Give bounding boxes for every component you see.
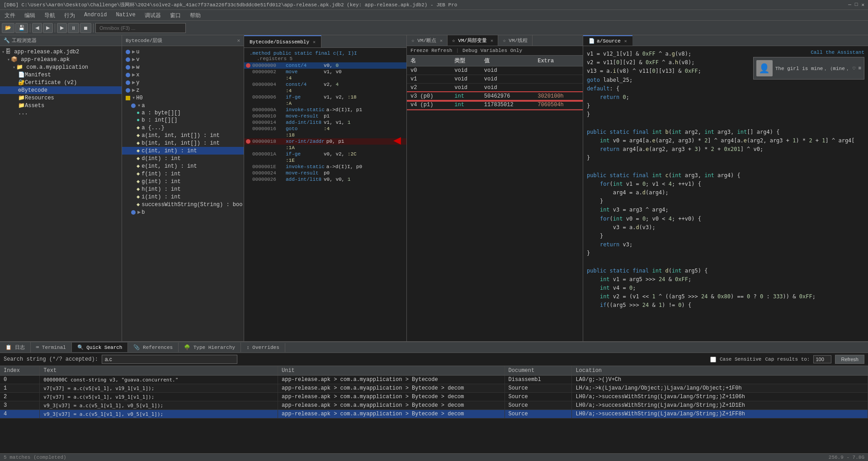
case-sensitive-checkbox[interactable] (710, 357, 716, 362)
method-g-int[interactable]: ◆ g(int) : int (122, 178, 244, 185)
toolbar-pause[interactable]: ⏸ (68, 23, 79, 33)
class-h0[interactable]: ▾ H0 (122, 94, 244, 102)
omnibox-input[interactable] (95, 23, 186, 33)
toolbar-stop[interactable]: ⏹ (80, 23, 91, 33)
var-v1[interactable]: v1 void void (407, 75, 583, 84)
tree-item-cert[interactable]: 🔐 Certificate (v2) (0, 79, 122, 86)
method-e-int[interactable]: ◆ e(int, int) : int (122, 162, 244, 170)
code-line-16[interactable]: 00000016 goto :4 (244, 126, 406, 132)
toolbar-run[interactable]: ▶ (57, 23, 67, 33)
method-success[interactable]: ◆ successWithString(String) : boo (122, 201, 244, 208)
class-w[interactable]: ▶ w (122, 63, 244, 71)
class-b[interactable]: ▶ b (122, 208, 244, 216)
var-v0[interactable]: v0 void void (407, 66, 583, 75)
field-a-bytes[interactable]: ● a : byte[][] (122, 109, 244, 117)
var-v2[interactable]: v2 void void (407, 84, 583, 92)
method-a[interactable]: ◆ a {...} (122, 124, 244, 132)
minimize-btn[interactable]: — (848, 2, 851, 8)
vm-locals-close[interactable]: ✕ (491, 38, 493, 43)
class-u[interactable]: ▶ u (122, 48, 244, 56)
table-row[interactable]: 3 v9_3[v37] = a.c(v5_1[v1_1], v0_5[v1_1]… (0, 401, 868, 410)
tree-item-more[interactable]: ... (0, 109, 122, 117)
menu-action[interactable]: 行为 (60, 11, 80, 19)
class-v[interactable]: ▶ v (122, 56, 244, 63)
tree-item-manifest[interactable]: 📄 Manifest (0, 71, 122, 79)
tab-overrides[interactable]: ↕ Overrides (241, 343, 285, 352)
tree-item-resources[interactable]: 📁 Resources (0, 94, 122, 102)
tab-references[interactable]: 📎 References (128, 343, 179, 352)
class-y[interactable]: ▶ y (122, 79, 244, 86)
tree-item-apk[interactable]: ▾ 📦 app-release.apk (0, 56, 122, 63)
ai-more[interactable]: ≡ (858, 66, 861, 71)
source-tab-close[interactable]: ✕ (624, 38, 627, 44)
freeze-refresh-btn[interactable]: Freeze Refresh (410, 48, 452, 53)
tree-item-pkg[interactable]: ▾ 📁 com.a.myapplication (0, 63, 122, 71)
tree-item-assets[interactable]: 📁 Assets (0, 102, 122, 109)
tree-item-jdb2[interactable]: ▾ 🗄 app-release.apk.jdb2 (0, 48, 122, 56)
table-row[interactable]: 2 v7[v37] = a.c(v5[v1_1], v19_1[v1_1]); … (0, 393, 868, 401)
menu-native[interactable]: Native (111, 11, 140, 19)
code-line-1a[interactable]: 0000001A if-ge v0, v2, :2C (244, 151, 406, 157)
ai-heart[interactable]: ♡ (853, 66, 856, 71)
code-line-24[interactable]: 00000024 move-result p0 (244, 170, 406, 176)
maximize-btn[interactable]: □ (855, 2, 858, 8)
class-x[interactable]: ▶ x (122, 71, 244, 79)
method-c-int[interactable]: ◆ c(int, int) : int (122, 147, 244, 155)
toolbar-back[interactable]: ◀ (32, 23, 42, 33)
cap-input[interactable] (813, 355, 831, 363)
code-line-1e[interactable]: 0000001E invoke-static a->d(I)I, p0 (244, 164, 406, 170)
class-a[interactable]: ▾ a (122, 102, 244, 109)
field-b-int[interactable]: ● b : int[][] (122, 117, 244, 124)
menu-edit[interactable]: 编辑 (20, 11, 40, 19)
var-v4-p1[interactable]: v4 (p1) int 117835012 7060504h (407, 101, 583, 109)
table-row[interactable]: 1 v7[v37] = a.c(v5[v1_1], v19_1[v1_1]); … (0, 384, 868, 393)
code-line-6[interactable]: 00000006 if-ge v1, v2, :18 (244, 94, 406, 100)
menu-debugger[interactable]: 调试器 (140, 11, 165, 19)
code-line-0[interactable]: 00000000 const/4 v0, 0 (244, 62, 406, 69)
toolbar-open[interactable]: 📂 (2, 23, 14, 33)
class-tree-close[interactable]: ✕ (237, 38, 240, 43)
tab-terminal[interactable]: ⌨ Terminal (31, 343, 72, 352)
menu-help[interactable]: 帮助 (185, 11, 205, 19)
code-line-26[interactable]: 00000026 add-int/lit8 v0, v0, 1 (244, 176, 406, 183)
tab-type-hierarchy[interactable]: 🌳 Type Hierarchy (179, 343, 241, 352)
window-controls[interactable]: — □ ✕ (848, 2, 864, 8)
code-line-4[interactable]: 00000004 const/4 v2, 4 (244, 81, 406, 88)
vm-tab-breakpoints[interactable]: ☆ VM/断点 ✕ (407, 35, 448, 46)
call-assistant-btn[interactable]: Call the Assistant (811, 50, 864, 55)
close-btn[interactable]: ✕ (861, 2, 864, 8)
tree-item-bytecode[interactable]: ⚙ Bytecode (0, 86, 122, 94)
vm-tab-threads[interactable]: ☆ VM/线程 (498, 35, 533, 46)
menu-nav[interactable]: 导航 (40, 11, 60, 19)
code-line-10[interactable]: 00000010 move-result p1 (244, 113, 406, 119)
method-d-int[interactable]: ◆ d(int) : int (122, 155, 244, 162)
var-v3-p0[interactable]: v3 (p0) int 50462976 3020100h (407, 92, 583, 101)
menu-android[interactable]: Android (80, 11, 111, 19)
table-row[interactable]: 0 0000000C const-string v3, "guava.concu… (0, 376, 868, 384)
method-b-int[interactable]: ◆ b(int, int, int[]) : int (122, 139, 244, 147)
menu-window[interactable]: 窗口 (165, 11, 185, 19)
source-tab-a[interactable]: 📄 a/Source ✕ (583, 35, 632, 46)
refresh-button[interactable]: Refresh (835, 355, 864, 364)
vm-bp-close[interactable]: ✕ (440, 38, 443, 43)
method-f-int[interactable]: ◆ f(int) : int (122, 170, 244, 178)
vm-tab-locals[interactable]: ☆ VM/局部变量 ✕ (448, 35, 498, 46)
tab-close-icon[interactable]: ✕ (313, 39, 316, 45)
class-z[interactable]: ▶ z (122, 86, 244, 94)
method-a-int[interactable]: ◆ a(int, int, int[]) : int (122, 132, 244, 139)
tab-bytecode-disasm[interactable]: Bytecode/Disassembly ✕ (244, 35, 321, 47)
debug-vars-btn[interactable]: Debug Variables Only (462, 48, 522, 53)
method-h-int[interactable]: ◆ h(int) : int (122, 185, 244, 193)
code-line-1[interactable]: 00000002 move v1, v0 (244, 69, 406, 75)
tab-log[interactable]: 📋 日志 (0, 342, 31, 353)
tab-quick-search[interactable]: 🔍 Quick Search (72, 343, 128, 352)
code-line-18[interactable]: 00000018 xor-int/2addr p0, p1 (244, 138, 406, 145)
code-line-a[interactable]: 0000000A invoke-static a->d(I)I, p1 (244, 107, 406, 113)
table-row[interactable]: 4 v9_3[v37] = a.c(v5_1[v1_1], v0_5[v1_1]… (0, 410, 868, 419)
toolbar-save[interactable]: 💾 (15, 23, 28, 33)
toolbar-forward[interactable]: ▶ (43, 23, 53, 33)
code-line-14[interactable]: 00000014 add-int/lit8 v1, v1, 1 (244, 119, 406, 126)
menu-file[interactable]: 文件 (0, 11, 20, 19)
method-i-int[interactable]: ◆ i(int) : int (122, 193, 244, 201)
search-input[interactable] (102, 355, 237, 364)
